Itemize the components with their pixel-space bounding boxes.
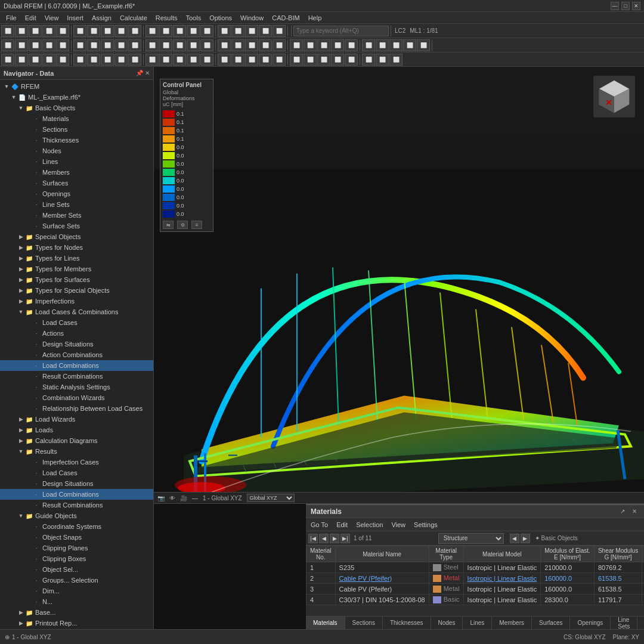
tree-toggle-clipping_boxes[interactable] xyxy=(24,555,32,563)
tree-toggle-ml_example[interactable]: ▼ xyxy=(10,93,18,101)
tree-item-ml_example[interactable]: ▼📄ML-_Example.rf6* xyxy=(0,92,153,103)
toolbar2-btn-8[interactable]: ⬜ xyxy=(114,39,128,51)
mat-close-btn[interactable]: ✕ xyxy=(630,508,639,515)
tree-toggle-openings[interactable] xyxy=(24,190,32,198)
toolbar1-btn-17[interactable]: ⬜ xyxy=(245,25,258,37)
tree-toggle-design_situations[interactable] xyxy=(24,340,32,348)
tree-item-rfem[interactable]: ▼🔷RFEM xyxy=(0,81,153,92)
toolbar3-btn-0[interactable]: ⬜ xyxy=(1,54,14,66)
toolbar2-btn-27[interactable]: ⬜ xyxy=(389,39,402,51)
tree-item-types_for_members[interactable]: ▶📁Types for Members xyxy=(0,264,153,274)
toolbar2-btn-9[interactable]: ⬜ xyxy=(128,39,141,51)
toolbar3-btn-1[interactable]: ⬜ xyxy=(15,54,28,66)
toolbar1-btn-18[interactable]: ⬜ xyxy=(259,25,272,37)
tree-item-results_design_situations[interactable]: ·Design Situations xyxy=(0,478,153,489)
tree-toggle-guide_objects[interactable]: ▼ xyxy=(17,512,25,520)
tree-item-dim[interactable]: ·Dim... xyxy=(0,586,153,596)
bottom-tab-line-sets[interactable]: Line Sets xyxy=(611,617,637,630)
vp-eye-icon[interactable]: 👁 xyxy=(169,495,175,501)
toolbar3-btn-23[interactable]: ⬜ xyxy=(331,54,344,66)
tree-toggle-line_sets[interactable] xyxy=(24,200,32,209)
toolbar1-btn-9[interactable]: ⬜ xyxy=(128,25,141,37)
vp-arrow-icon[interactable]: — xyxy=(192,495,198,501)
tree-toggle-actions[interactable] xyxy=(24,329,32,338)
tree-toggle-materials[interactable] xyxy=(24,114,32,123)
bottom-tab-materials[interactable]: Materials xyxy=(306,617,345,630)
menu-item-help[interactable]: Help xyxy=(305,14,326,22)
tree-toggle-basic_objects[interactable]: ▼ xyxy=(17,104,25,112)
toolbar3-btn-4[interactable]: ⬜ xyxy=(56,54,69,66)
tree-toggle-object_snaps[interactable] xyxy=(24,533,32,541)
toolbar1-btn-8[interactable]: ⬜ xyxy=(114,25,128,37)
tree-item-results_load_combinations[interactable]: ·Load Combinations xyxy=(0,489,153,500)
tree-item-clipping_planes[interactable]: ·Clipping Planes xyxy=(0,543,153,553)
toolbar2-btn-2[interactable]: ⬜ xyxy=(29,39,42,51)
tree-item-design_situations[interactable]: ·Design Situations xyxy=(0,339,153,349)
toolbar2-btn-16[interactable]: ⬜ xyxy=(231,39,244,51)
search-input[interactable] xyxy=(293,26,389,36)
bottom-tab-members[interactable]: Members xyxy=(492,617,532,630)
mat-expand-btn[interactable]: ↗ xyxy=(618,508,627,515)
toolbar2-btn-12[interactable]: ⬜ xyxy=(173,39,186,51)
tree-toggle-relationship_between[interactable] xyxy=(24,404,32,413)
menu-item-tools[interactable]: Tools xyxy=(182,14,205,22)
tree-item-object_sel[interactable]: ·Object Sel... xyxy=(0,564,153,575)
toolbar3-btn-9[interactable]: ⬜ xyxy=(128,54,141,66)
table-row-1[interactable]: 1S235SteelIsotropic | Linear Elastic2100… xyxy=(306,562,645,573)
tree-item-clipping_boxes[interactable]: ·Clipping Boxes xyxy=(0,553,153,564)
toolbar2-btn-7[interactable]: ⬜ xyxy=(101,39,114,51)
toolbar2-btn-24[interactable]: ⬜ xyxy=(345,39,358,51)
mat-next-next-btn[interactable]: ▶| xyxy=(340,534,350,543)
tree-item-loads[interactable]: ▶📁Loads xyxy=(0,425,153,435)
toolbar2-btn-25[interactable]: ⬜ xyxy=(362,39,375,51)
toolbar1-btn-4[interactable]: ⬜ xyxy=(56,25,69,37)
tree-toggle-types_for_nodes[interactable]: ▶ xyxy=(17,243,25,252)
tree-item-load_cases[interactable]: ·Load Cases xyxy=(0,317,153,328)
tree-toggle-types_for_special[interactable]: ▶ xyxy=(17,286,25,295)
toolbar3-btn-2[interactable]: ⬜ xyxy=(29,54,42,66)
tree-item-imperfections[interactable]: ▶📁Imperfections xyxy=(0,296,153,306)
tree-toggle-thicknesses[interactable] xyxy=(24,136,32,144)
nav-pin-btn[interactable]: 📌 xyxy=(136,70,143,76)
mat-nav-next-btn[interactable]: ▶ xyxy=(521,534,530,543)
toolbar2-btn-21[interactable]: ⬜ xyxy=(304,39,317,51)
cp-table-btn[interactable]: ≡ xyxy=(191,221,202,229)
tree-item-surfaces[interactable]: ·Surfaces xyxy=(0,178,153,188)
tree-toggle-result_combinations[interactable] xyxy=(24,372,32,380)
mat-menu-edit[interactable]: Edit xyxy=(334,521,350,528)
menu-item-cad-bim[interactable]: CAD-BIM xyxy=(268,14,303,22)
close-btn[interactable]: ✕ xyxy=(632,2,640,10)
toolbar2-btn-18[interactable]: ⬜ xyxy=(259,39,272,51)
tree-toggle-members[interactable] xyxy=(24,168,32,177)
menu-item-options[interactable]: Options xyxy=(206,14,236,22)
menu-item-assign[interactable]: Assign xyxy=(88,14,115,22)
mat-menu-settings[interactable]: Settings xyxy=(411,521,440,528)
menu-item-results[interactable]: Results xyxy=(152,14,181,22)
tree-item-n_item[interactable]: ·N... xyxy=(0,596,153,607)
toolbar1-btn-11[interactable]: ⬜ xyxy=(159,25,172,37)
tree-item-member_sets[interactable]: ·Member Sets xyxy=(0,210,153,221)
toolbar1-btn-2[interactable]: ⬜ xyxy=(29,25,42,37)
tree-item-static_analysis_settings[interactable]: ·Static Analysis Settings xyxy=(0,382,153,392)
tree-item-load_cases_combinations[interactable]: ▼📁Load Cases & Combinations xyxy=(0,306,153,317)
tree-toggle-loads[interactable]: ▶ xyxy=(17,426,25,434)
tree-toggle-results[interactable]: ▼ xyxy=(17,447,25,456)
tree-item-load_combinations[interactable]: ·Load Combinations xyxy=(0,360,153,371)
tree-item-openings[interactable]: ·Openings xyxy=(0,188,153,199)
viewport[interactable]: Control Panel Global DeformationsuC [mm]… xyxy=(154,67,644,629)
mat-nav-prev-btn[interactable]: ◀ xyxy=(510,534,519,543)
bottom-tab-thicknesses[interactable]: Thicknesses xyxy=(383,617,431,630)
toolbar3-btn-17[interactable]: ⬜ xyxy=(245,54,258,66)
mat-structure-select[interactable]: Structure xyxy=(438,533,504,544)
toolbar3-btn-20[interactable]: ⬜ xyxy=(290,54,303,66)
bottom-tab-lines[interactable]: Lines xyxy=(463,617,492,630)
mat-prev-prev-btn[interactable]: |◀ xyxy=(308,534,318,543)
toolbar3-btn-3[interactable]: ⬜ xyxy=(42,54,55,66)
toolbar1-btn-3[interactable]: ⬜ xyxy=(42,25,55,37)
tree-toggle-surface_sets[interactable] xyxy=(24,222,32,230)
toolbar3-btn-16[interactable]: ⬜ xyxy=(231,54,244,66)
tree-toggle-dim[interactable] xyxy=(24,587,32,595)
tree-item-imperfection_cases[interactable]: ·Imperfection Cases xyxy=(0,457,153,467)
toolbar2-btn-14[interactable]: ⬜ xyxy=(200,39,213,51)
bottom-tab-sections[interactable]: Sections xyxy=(345,617,383,630)
